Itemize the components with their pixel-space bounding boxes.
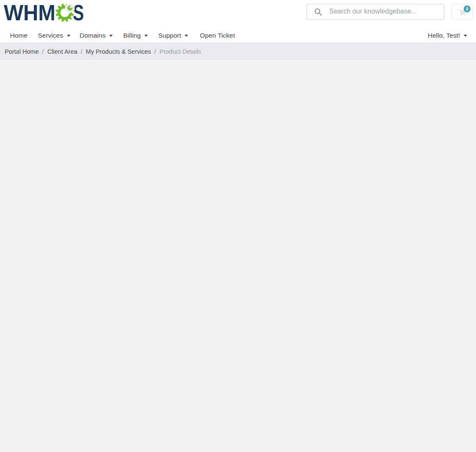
svg-text:WHM: WHM bbox=[4, 3, 55, 24]
